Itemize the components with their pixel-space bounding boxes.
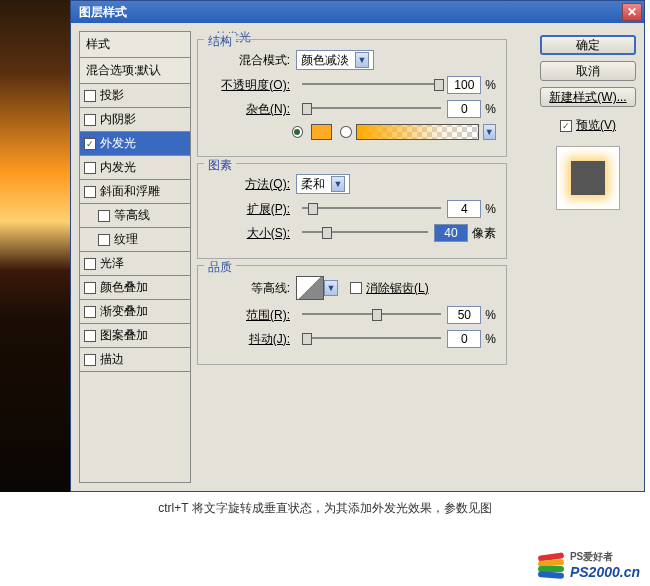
style-list: 样式 混合选项:默认 投影 内阴影 ✓外发光 内发光 斜面和浮雕 等高线 纹理 … (79, 31, 191, 483)
noise-label: 杂色(N): (212, 101, 290, 118)
gradient-bar[interactable] (356, 124, 479, 140)
chevron-down-icon[interactable]: ▼ (483, 124, 496, 140)
list-header-blend[interactable]: 混合选项:默认 (80, 58, 190, 84)
jitter-input[interactable]: 0 (447, 330, 481, 348)
jitter-slider[interactable] (302, 332, 441, 346)
cancel-button[interactable]: 取消 (540, 61, 636, 81)
checkbox[interactable] (84, 90, 96, 102)
antialias-checkbox[interactable] (350, 282, 362, 294)
checkbox[interactable]: ✓ (84, 138, 96, 150)
spread-slider[interactable] (302, 202, 441, 216)
gradient-radio[interactable] (340, 126, 351, 138)
group-quality: 品质 等高线: ▼ 消除锯齿(L) 范围(R): 50 % (197, 265, 507, 365)
ok-button[interactable]: 确定 (540, 35, 636, 55)
blend-mode-label: 混合模式: (212, 52, 290, 69)
button-column: 确定 取消 新建样式(W)... ✓ 预览(V) (540, 35, 636, 210)
logo-icon (538, 554, 566, 576)
group-structure: 结构 混合模式: 颜色减淡 ▼ 不透明度(O): 100 % (197, 39, 507, 157)
preview-thumbnail (556, 146, 620, 210)
size-input[interactable]: 40 (434, 224, 468, 242)
dialog-title: 图层样式 (79, 4, 127, 21)
opacity-label: 不透明度(O): (212, 77, 290, 94)
checkbox[interactable] (98, 210, 110, 222)
checkbox[interactable] (84, 258, 96, 270)
contour-picker[interactable] (296, 276, 324, 300)
list-item-outer-glow[interactable]: ✓外发光 (80, 132, 190, 156)
chevron-down-icon: ▼ (331, 176, 345, 192)
checkbox[interactable] (84, 186, 96, 198)
group-legend: 品质 (204, 259, 236, 276)
checkbox[interactable] (84, 330, 96, 342)
list-item-drop-shadow[interactable]: 投影 (80, 84, 190, 108)
close-icon: ✕ (627, 5, 637, 19)
chevron-down-icon[interactable]: ▼ (324, 280, 338, 296)
logo-brand: PS爱好者 (570, 550, 640, 564)
range-slider[interactable] (302, 308, 441, 322)
list-item-stroke[interactable]: 描边 (80, 348, 190, 372)
group-legend: 结构 (204, 33, 236, 50)
new-style-button[interactable]: 新建样式(W)... (540, 87, 636, 107)
titlebar[interactable]: 图层样式 ✕ (71, 1, 644, 23)
checkbox[interactable] (84, 354, 96, 366)
checkbox[interactable] (84, 162, 96, 174)
checkbox[interactable] (84, 282, 96, 294)
spread-input[interactable]: 4 (447, 200, 481, 218)
list-header-styles[interactable]: 样式 (80, 32, 190, 58)
range-label: 范围(R): (212, 307, 290, 324)
chevron-down-icon: ▼ (355, 52, 369, 68)
opacity-input[interactable]: 100 (447, 76, 481, 94)
background-image (0, 0, 70, 492)
opacity-slider[interactable] (302, 78, 441, 92)
antialias-label: 消除锯齿(L) (366, 280, 429, 297)
size-slider[interactable] (302, 226, 428, 240)
logo-url: PS2000.cn (570, 564, 640, 580)
blend-mode-select[interactable]: 颜色减淡 ▼ (296, 50, 374, 70)
list-item-texture[interactable]: 纹理 (80, 228, 190, 252)
layer-style-dialog: 图层样式 ✕ 样式 混合选项:默认 投影 内阴影 ✓外发光 内发光 斜面和浮雕 … (70, 0, 645, 492)
method-label: 方法(Q): (212, 176, 290, 193)
group-element: 图素 方法(Q): 柔和 ▼ 扩展(P): 4 % (197, 163, 507, 259)
list-item-gradient-overlay[interactable]: 渐变叠加 (80, 300, 190, 324)
jitter-label: 抖动(J): (212, 331, 290, 348)
group-legend: 图素 (204, 157, 236, 174)
noise-input[interactable]: 0 (447, 100, 481, 118)
spread-label: 扩展(P): (212, 201, 290, 218)
preview-inner (571, 161, 605, 195)
preview-label: 预览(V) (576, 117, 616, 134)
preview-checkbox[interactable]: ✓ (560, 120, 572, 132)
color-radio[interactable] (292, 126, 303, 138)
color-swatch[interactable] (311, 124, 332, 140)
noise-slider[interactable] (302, 102, 441, 116)
list-item-inner-glow[interactable]: 内发光 (80, 156, 190, 180)
settings-panel: 外发光 结构 混合模式: 颜色减淡 ▼ 不透明度(O): 100 (197, 31, 636, 483)
contour-label: 等高线: (212, 280, 290, 297)
size-label: 大小(S): (212, 225, 290, 242)
checkbox[interactable] (98, 234, 110, 246)
list-item-contour[interactable]: 等高线 (80, 204, 190, 228)
list-item-pattern-overlay[interactable]: 图案叠加 (80, 324, 190, 348)
caption-text: ctrl+T 将文字旋转成垂直状态，为其添加外发光效果，参数见图 (0, 500, 650, 517)
list-item-bevel[interactable]: 斜面和浮雕 (80, 180, 190, 204)
watermark-logo: PS爱好者 PS2000.cn (538, 550, 640, 580)
list-item-satin[interactable]: 光泽 (80, 252, 190, 276)
list-item-inner-shadow[interactable]: 内阴影 (80, 108, 190, 132)
method-select[interactable]: 柔和 ▼ (296, 174, 350, 194)
checkbox[interactable] (84, 306, 96, 318)
list-item-color-overlay[interactable]: 颜色叠加 (80, 276, 190, 300)
range-input[interactable]: 50 (447, 306, 481, 324)
checkbox[interactable] (84, 114, 96, 126)
close-button[interactable]: ✕ (622, 3, 642, 21)
